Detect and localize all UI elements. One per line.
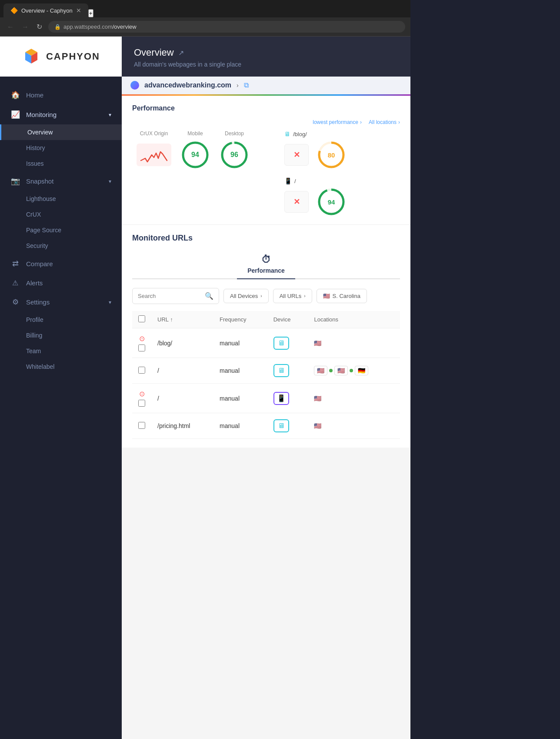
sidebar-item-page-source[interactable]: Page Source (0, 222, 122, 238)
sidebar-item-whitelabel[interactable]: Whitelabel (0, 359, 122, 375)
address-domain: app.wattspeed.com (63, 23, 113, 30)
tab-close-button[interactable]: ✕ (76, 7, 81, 14)
row4-locations: 🇺🇸 (308, 413, 400, 439)
sidebar-item-history[interactable]: History (0, 140, 122, 156)
mobile-icon-row3: 📱 (277, 394, 286, 402)
forward-button[interactable]: → (20, 21, 30, 33)
performance-title: Performance (132, 104, 400, 112)
browser-tab-active[interactable]: 🔶 Overview - Caphyon ✕ (3, 3, 88, 17)
all-locations-filter[interactable]: All locations › (369, 119, 400, 125)
row3-checkbox[interactable] (138, 400, 145, 407)
row1-url: /blog/ (151, 328, 213, 358)
sidebar-item-issues[interactable]: Issues (0, 156, 122, 171)
sidebar-item-team[interactable]: Team (0, 343, 122, 359)
overview-label: Overview (27, 129, 53, 136)
search-input[interactable] (138, 293, 202, 299)
new-tab-button[interactable]: + (88, 9, 93, 17)
overview-subtitle: All domain's webpages in a single place (134, 61, 398, 68)
sidebar-item-overview[interactable]: Overview (0, 124, 122, 140)
urls-chevron-icon: › (304, 294, 305, 298)
domain-expand-icon[interactable]: › (237, 82, 239, 89)
row1-frequency: manual (213, 328, 267, 358)
lighthouse-label: Lighthouse (26, 195, 56, 202)
tab-performance[interactable]: ⏱ Performance (237, 250, 295, 279)
sidebar-item-monitoring-label: Monitoring (26, 111, 57, 118)
sidebar-item-snapshot[interactable]: 📷 Snapshot ▾ (0, 171, 122, 191)
desktop-score-value: 96 (230, 151, 238, 159)
crux-origin-header: CrUX Origin (132, 130, 176, 137)
row4-check-cell (132, 413, 151, 439)
settings-icon: ⚙ (10, 298, 20, 307)
sidebar-item-monitoring[interactable]: 📈 Monitoring ▾ (0, 105, 122, 124)
history-label: History (26, 144, 45, 151)
row1-checkbox[interactable] (138, 344, 145, 351)
crux-origin-chart (132, 144, 176, 166)
sidebar-item-settings-label: Settings (26, 298, 50, 306)
performance-tab-label: Performance (247, 267, 285, 274)
performance-tab-bar: ⏱ Performance (132, 250, 400, 279)
root-path-label: / (294, 178, 296, 184)
desktop-icon-row4: 🖥 (278, 422, 285, 430)
back-button[interactable]: ← (5, 21, 16, 33)
domain-name[interactable]: advancedwebranking.com (144, 81, 231, 89)
sidebar-item-crux[interactable]: CrUX (0, 207, 122, 222)
lowest-perf-arrow: › (360, 119, 362, 125)
desktop-icon-row2: 🖥 (278, 367, 285, 375)
team-label: Team (26, 348, 41, 354)
row2-checkbox[interactable] (138, 367, 145, 374)
sidebar-item-security[interactable]: Security (0, 238, 122, 254)
crux-desktop-score: 96 (215, 141, 254, 169)
monitoring-submenu: Overview History Issues (0, 124, 122, 171)
row4-frequency: manual (213, 413, 267, 439)
row2-check-cell (132, 358, 151, 384)
whitelabel-label: Whitelabel (26, 363, 54, 370)
flag-us-row2: 🇺🇸 (314, 366, 327, 375)
monitored-urls-title: Monitored URLs (132, 234, 400, 243)
all-urls-label: All URLs (280, 293, 302, 299)
locations-column-header: Locations (308, 311, 400, 328)
home-icon: 🏠 (10, 90, 20, 100)
desktop-device-badge-row2: 🖥 (273, 364, 289, 377)
all-devices-button[interactable]: All Devices › (223, 289, 269, 303)
table-body: ⊙ /blog/ manual 🖥 🇺🇸 (132, 328, 400, 439)
profile-label: Profile (26, 316, 43, 323)
url-column-header: URL ↑ (151, 311, 213, 328)
external-link-icon[interactable]: ⧉ (244, 81, 249, 89)
share-icon[interactable]: ↗ (178, 49, 184, 57)
location-label: S. Carolina (333, 293, 360, 299)
settings-submenu: Profile Billing Team Whitelabel (0, 312, 122, 375)
sidebar-item-settings[interactable]: ⚙ Settings ▾ (0, 292, 122, 312)
snapshot-submenu: Lighthouse CrUX Page Source Security (0, 191, 122, 254)
app-wrapper: CAPHYON 🏠 Home 📈 Monitoring ▾ Overview H… (0, 37, 410, 739)
lock-icon: 🔒 (54, 24, 61, 30)
location-button[interactable]: 🇺🇸 S. Carolina (317, 289, 367, 303)
frequency-column-header: Frequency (213, 311, 267, 328)
row4-checkbox[interactable] (138, 422, 145, 429)
url-header-text: URL ↑ (157, 316, 173, 323)
address-box[interactable]: 🔒 app.wattspeed.com/overview (48, 21, 405, 33)
select-all-header (132, 311, 151, 328)
sidebar-item-compare[interactable]: ⇄ Compare (0, 254, 122, 274)
all-locations-arrow: › (398, 119, 400, 125)
flag-de-row2: 🇩🇪 (355, 366, 368, 375)
sidebar-item-home[interactable]: 🏠 Home (0, 85, 122, 105)
sidebar-item-alerts-label: Alerts (26, 279, 43, 287)
sidebar-item-lighthouse[interactable]: Lighthouse (0, 191, 122, 207)
main-content: Overview ↗ All domain's webpages in a si… (122, 37, 410, 739)
select-all-checkbox[interactable] (138, 315, 145, 322)
monitoring-icon: 📈 (10, 110, 20, 119)
desktop-device-badge: 🖥 (273, 337, 289, 350)
sidebar-item-alerts[interactable]: ⚠ Alerts (0, 274, 122, 292)
root-green-score: 94 (317, 188, 345, 216)
row3-alert-cell: ⊙ (132, 384, 151, 413)
all-urls-button[interactable]: All URLs › (273, 289, 312, 303)
sidebar-item-billing[interactable]: Billing (0, 328, 122, 343)
alerts-icon: ⚠ (10, 279, 20, 287)
refresh-button[interactable]: ↻ (35, 21, 44, 33)
security-label: Security (26, 242, 48, 249)
sidebar: CAPHYON 🏠 Home 📈 Monitoring ▾ Overview H… (0, 37, 122, 739)
sidebar-item-profile[interactable]: Profile (0, 312, 122, 328)
flag-us-row1: 🇺🇸 (314, 340, 321, 347)
lowest-performance-filter[interactable]: lowest performance › (313, 119, 362, 125)
alert-icon-row1: ⊙ (139, 334, 145, 343)
